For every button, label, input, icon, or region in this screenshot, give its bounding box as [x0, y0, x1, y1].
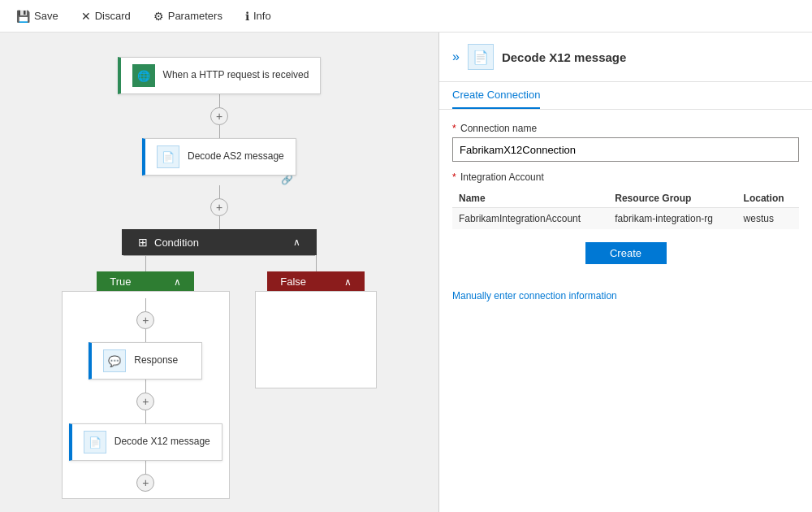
- discard-label: Discard: [95, 10, 131, 22]
- true-connector-line-1: [145, 298, 146, 311]
- connector-1: +: [210, 94, 228, 138]
- condition-chevron-icon: ∧: [293, 236, 300, 248]
- discard-button[interactable]: ✕ Discard: [78, 8, 134, 24]
- true-branch-connector-2: +: [136, 380, 154, 423]
- integration-account-table: Name Resource Group Location FabrikamInt…: [452, 189, 799, 229]
- decode-x12-card[interactable]: 📄 Decode X12 message: [69, 423, 222, 461]
- panel-form: * Connection name * Integration Account …: [439, 110, 812, 290]
- add-true-step-3[interactable]: +: [136, 474, 154, 492]
- as2-link-row: 🔗: [142, 174, 296, 185]
- create-button[interactable]: Create: [585, 242, 667, 264]
- response-card[interactable]: 💬 Response: [89, 342, 202, 380]
- false-branch-chevron-icon: ∧: [344, 276, 352, 288]
- true-branch-top-line: [145, 255, 146, 271]
- false-branch-top-line: [316, 255, 317, 271]
- true-branch-connector-3: +: [136, 461, 154, 492]
- connector-line-2: [219, 185, 220, 198]
- manual-link[interactable]: Manually enter connection information: [439, 290, 812, 302]
- true-connector-line-1b: [145, 329, 146, 342]
- panel-title: Decode X12 message: [502, 50, 626, 64]
- connector-line-1b: [219, 125, 220, 138]
- connector-line-1: [219, 94, 220, 107]
- col-resource-group: Resource Group: [608, 189, 736, 208]
- true-branch-connector-1: +: [136, 298, 154, 342]
- condition-icon: ⊞: [138, 236, 148, 249]
- connection-name-field: * Connection name: [452, 123, 799, 162]
- workflow-container: 🌐 When a HTTP request is received + 📄 De…: [16, 57, 422, 512]
- integration-account-field: * Integration Account Name Resource Grou…: [452, 171, 799, 229]
- as2-text: Decode AS2 message: [188, 150, 284, 163]
- add-true-step-2[interactable]: +: [136, 393, 154, 410]
- condition-block[interactable]: ⊞ Condition ∧: [122, 229, 317, 255]
- true-connector-line-2b: [145, 410, 146, 423]
- condition-inner: ⊞ Condition: [138, 236, 199, 249]
- table-body: FabrikamIntegrationAccount fabrikam-inte…: [452, 208, 799, 230]
- response-text: Response: [134, 354, 178, 367]
- panel-tabs: Create Connection: [439, 82, 812, 110]
- table-head: Name Resource Group Location: [452, 189, 799, 208]
- false-branch-header[interactable]: False ∧: [267, 271, 365, 292]
- x12-text: Decode X12 message: [114, 436, 210, 449]
- row-location: westus: [737, 208, 799, 230]
- http-trigger-icon: 🌐: [132, 64, 155, 87]
- required-star-1: *: [452, 123, 456, 134]
- add-step-2[interactable]: +: [210, 198, 228, 216]
- http-trigger-card[interactable]: 🌐 When a HTTP request is received: [118, 57, 322, 94]
- connection-name-label: * Connection name: [452, 123, 799, 134]
- as2-link-icon: 🔗: [281, 174, 293, 185]
- discard-icon: ✕: [81, 10, 91, 23]
- connector-2: +: [210, 185, 228, 229]
- workflow-canvas: 🌐 When a HTTP request is received + 📄 De…: [0, 33, 438, 512]
- integration-account-label-text: Integration Account: [460, 171, 544, 183]
- table-header-row: Name Resource Group Location: [452, 189, 799, 208]
- true-branch: True ∧ + 💬 Response: [62, 255, 230, 499]
- condition-text: Condition: [154, 236, 199, 249]
- toolbar: 💾 Save ✕ Discard ⚙ Parameters ℹ Info: [0, 0, 812, 33]
- col-location: Location: [737, 189, 799, 208]
- branch-horizontal-line: [123, 255, 314, 256]
- false-branch: False ∧: [255, 255, 377, 388]
- parameters-button[interactable]: ⚙ Parameters: [150, 8, 226, 24]
- as2-icon: 📄: [157, 145, 179, 168]
- add-true-step[interactable]: +: [136, 311, 154, 329]
- false-branch-body: [255, 291, 377, 388]
- main-area: 🌐 When a HTTP request is received + 📄 De…: [0, 33, 812, 512]
- connection-name-label-text: Connection name: [460, 123, 537, 134]
- false-branch-label: False: [280, 276, 306, 288]
- info-button[interactable]: ℹ Info: [242, 8, 274, 24]
- save-button[interactable]: 💾 Save: [13, 8, 62, 24]
- http-trigger-text: When a HTTP request is received: [163, 69, 309, 82]
- true-connector-line-2: [145, 380, 146, 393]
- panel-icon: 📄: [468, 44, 494, 70]
- parameters-icon: ⚙: [153, 10, 164, 23]
- row-name: FabrikamIntegrationAccount: [452, 208, 608, 230]
- x12-icon: 📄: [84, 431, 106, 453]
- true-branch-body: + 💬 Response +: [62, 291, 230, 499]
- info-icon: ℹ: [245, 10, 249, 23]
- connection-name-input[interactable]: [452, 137, 799, 162]
- x12-panel-icon: 📄: [473, 50, 489, 65]
- true-branch-label: True: [110, 276, 131, 288]
- parameters-label: Parameters: [168, 10, 222, 22]
- response-icon: 💬: [103, 349, 126, 372]
- right-panel: » 📄 Decode X12 message Create Connection…: [438, 33, 812, 512]
- row-resource-group: fabrikam-integration-rg: [608, 208, 736, 230]
- tab-create-connection[interactable]: Create Connection: [452, 82, 540, 109]
- col-name: Name: [452, 189, 608, 208]
- panel-header: » 📄 Decode X12 message: [439, 33, 812, 82]
- required-star-2: *: [452, 171, 456, 183]
- save-label: Save: [34, 10, 58, 22]
- connector-line-2b: [219, 216, 220, 229]
- save-icon: 💾: [16, 10, 30, 23]
- true-branch-header[interactable]: True ∧: [97, 271, 194, 292]
- integration-account-label: * Integration Account: [452, 171, 799, 183]
- add-step-1[interactable]: +: [210, 107, 228, 125]
- true-branch-chevron-icon: ∧: [174, 276, 181, 288]
- decode-as2-card[interactable]: 📄 Decode AS2 message: [142, 138, 296, 176]
- true-connector-line-3: [145, 461, 146, 474]
- table-row[interactable]: FabrikamIntegrationAccount fabrikam-inte…: [452, 208, 799, 230]
- expand-icon[interactable]: »: [452, 50, 460, 64]
- info-label: Info: [253, 10, 271, 22]
